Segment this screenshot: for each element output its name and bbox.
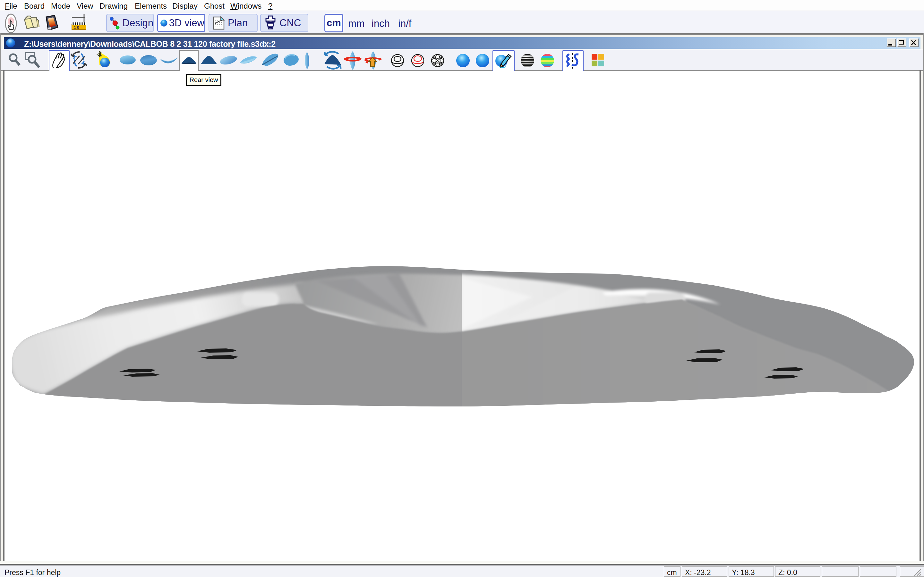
svg-text:1 0: 1 0 xyxy=(74,25,79,30)
